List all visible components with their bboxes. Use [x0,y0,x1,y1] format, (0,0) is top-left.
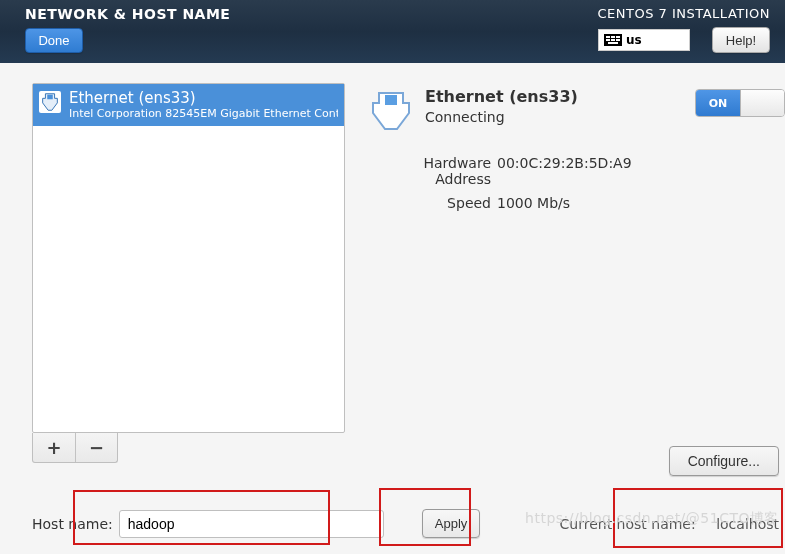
header-right-row: us Help! [598,27,770,53]
info-value-speed: 1000 Mb/s [497,195,570,211]
done-button[interactable]: Done [25,28,83,53]
device-list-item[interactable]: Ethernet (ens33) Intel Corporation 82545… [33,84,344,126]
installer-title: CENTOS 7 INSTALLATION [597,6,770,21]
connection-title: Ethernet (ens33) [425,87,578,106]
ethernet-icon [39,91,61,113]
apply-button[interactable]: Apply [422,509,481,538]
toggle-on-label: ON [696,90,740,116]
network-icon [367,89,415,133]
info-value-hwaddr: 00:0C:29:2B:5D:A9 [497,155,632,187]
detail-panel: Ethernet (ens33) Connecting ON Hardware … [345,83,785,463]
header-right: CENTOS 7 INSTALLATION us Help! [597,6,770,55]
configure-row: Configure... [669,446,779,476]
connection-toggle[interactable]: ON [695,89,785,117]
toggle-knob [740,90,784,116]
detail-header: Ethernet (ens33) Connecting ON [367,89,785,133]
device-name: Ethernet (ens33) [69,89,338,107]
device-list-toolbar: + − [32,433,118,463]
device-list[interactable]: Ethernet (ens33) Intel Corporation 82545… [32,83,345,433]
add-device-button[interactable]: + [33,433,75,462]
keyboard-layout-indicator[interactable]: us [598,29,690,51]
hostname-label: Host name: [32,516,113,532]
device-subtitle: Intel Corporation 82545EM Gigabit Ethern… [69,107,338,120]
device-panel: Ethernet (ens33) Intel Corporation 82545… [32,83,345,463]
content-area: Ethernet (ens33) Intel Corporation 82545… [0,63,785,463]
connection-status: Connecting [425,109,578,125]
svg-rect-0 [47,95,53,100]
remove-device-button[interactable]: − [75,433,117,462]
hostname-input[interactable] [119,510,384,538]
help-button[interactable]: Help! [712,27,770,53]
info-row: Speed 1000 Mb/s [367,195,785,211]
watermark-text: https://blog.csdn.net/@51CTO博客 [525,510,779,528]
configure-button[interactable]: Configure... [669,446,779,476]
info-label-speed: Speed [367,195,497,211]
info-label-hwaddr: Hardware Address [367,155,497,187]
device-text: Ethernet (ens33) Intel Corporation 82545… [69,89,338,120]
detail-title-block: Ethernet (ens33) Connecting [425,89,578,133]
keyboard-icon [604,34,622,46]
svg-rect-1 [385,95,397,105]
page-title: NETWORK & HOST NAME [25,6,230,22]
keyboard-layout-label: us [626,33,642,47]
header-left: NETWORK & HOST NAME Done [25,6,230,55]
detail-header-left: Ethernet (ens33) Connecting [367,89,578,133]
connection-info: Hardware Address 00:0C:29:2B:5D:A9 Speed… [367,155,785,211]
header-bar: NETWORK & HOST NAME Done CENTOS 7 INSTAL… [0,0,785,63]
info-row: Hardware Address 00:0C:29:2B:5D:A9 [367,155,785,187]
